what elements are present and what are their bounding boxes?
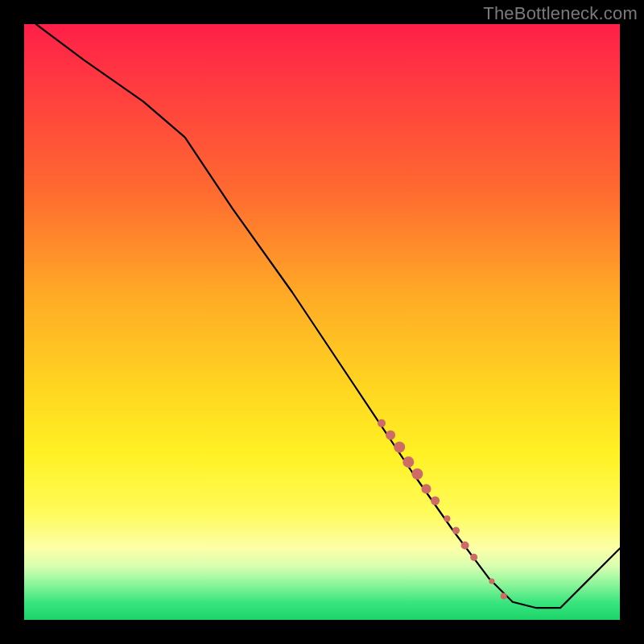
scatter-dot <box>422 484 431 493</box>
scatter-dot <box>461 542 469 550</box>
scatter-dot <box>378 419 386 427</box>
scatter-dot <box>444 515 450 522</box>
scatter-dot <box>394 441 405 452</box>
chart-frame: TheBottleneck.com <box>0 0 644 644</box>
scatter-dot <box>431 497 440 506</box>
scatter-dot <box>452 527 460 535</box>
scatter-dot <box>489 578 494 584</box>
chart-svg <box>24 24 620 620</box>
scatter-dot <box>386 431 395 440</box>
scatter-dot <box>402 456 414 468</box>
line-series <box>36 24 620 608</box>
scatter-dot <box>470 554 477 561</box>
plot-area <box>24 24 620 620</box>
watermark-label: TheBottleneck.com <box>483 3 638 24</box>
scatter-dot <box>411 469 423 480</box>
scatter-dot <box>501 592 507 599</box>
scatter-series <box>378 419 507 600</box>
